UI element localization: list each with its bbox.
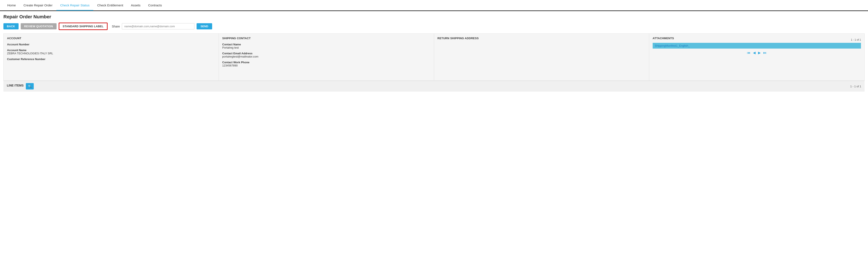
attachments-pagination-info: 1 - 1 of 1 (851, 38, 861, 41)
toolbar: BACK REVIEW QUOTATION STANDARD SHIPPING … (3, 23, 865, 30)
attachments-header: ATTACHMENTS (653, 37, 674, 40)
share-label: Share (112, 25, 120, 28)
line-items-section: LINE ITEMS 🔍 1 - 1 of 1 (3, 81, 865, 92)
nav-item-check-repair-status[interactable]: Check Repair Status (56, 0, 93, 11)
attachment-pagination-controls: ⏮ ◀ ▶ ⏭ (653, 51, 861, 55)
line-items-row: LINE ITEMS 🔍 1 - 1 of 1 (7, 83, 861, 89)
account-section-header: ACCOUNT (7, 37, 215, 40)
page-content: Repair Order Number BACK REVIEW QUOTATIO… (0, 11, 868, 95)
return-shipping-section: RETURN SHIPPING ADDRESS (434, 34, 649, 80)
standard-shipping-label-button[interactable]: STANDARD SHIPPING LABEL (59, 23, 108, 30)
prev-page-button[interactable]: ◀ (752, 51, 756, 55)
contact-name-label: Contact Name (222, 43, 430, 46)
nav-item-check-entitlement[interactable]: Check Entitlement (93, 0, 127, 10)
contact-email-value: portalregtest@mailinator.com (222, 55, 430, 58)
attachment-item[interactable]: ShippingManifest1_English_ (653, 43, 861, 48)
nav-item-home[interactable]: Home (3, 0, 20, 10)
contact-phone-field: Contact Work Phone 1234567890 (222, 61, 430, 67)
shipping-contact-section: SHIPPING CONTACT Contact Name Portalreg … (219, 34, 434, 80)
contact-name-value: Portalreg test (222, 46, 430, 49)
customer-reference-label: Customer Reference Number (7, 58, 215, 61)
review-quotation-button[interactable]: REVIEW QUOTATION (21, 23, 57, 29)
contact-email-label: Contact Email Address (222, 52, 430, 55)
share-email-input[interactable] (122, 23, 194, 29)
contact-name-field: Contact Name Portalreg test (222, 43, 430, 49)
attachment-link[interactable]: ShippingManifest1_English_ (655, 44, 690, 47)
contact-email-field: Contact Email Address portalregtest@mail… (222, 52, 430, 58)
line-items-header: LINE ITEMS (7, 84, 24, 87)
account-section: ACCOUNT Account Number Account Name ZEBR… (4, 34, 219, 80)
page-title: Repair Order Number (3, 14, 865, 20)
shipping-contact-header: SHIPPING CONTACT (222, 37, 430, 40)
return-shipping-header: RETURN SHIPPING ADDRESS (437, 37, 646, 40)
main-grid: ACCOUNT Account Number Account Name ZEBR… (3, 33, 865, 81)
back-button[interactable]: BACK (3, 23, 19, 29)
attachments-header-row: ATTACHMENTS 1 - 1 of 1 (653, 37, 861, 43)
line-items-search-button[interactable]: 🔍 (26, 83, 34, 89)
navigation-bar: Home Create Repair Order Check Repair St… (0, 0, 868, 11)
customer-reference-field: Customer Reference Number (7, 58, 215, 61)
account-name-value: ZEBRA TECHNOLOGIES ITALY SRL (7, 52, 215, 55)
account-name-field: Account Name ZEBRA TECHNOLOGIES ITALY SR… (7, 48, 215, 55)
nav-item-contracts[interactable]: Contracts (144, 0, 166, 10)
nav-item-assets[interactable]: Assets (127, 0, 144, 10)
contact-phone-value: 1234567890 (222, 64, 430, 67)
next-page-button[interactable]: ▶ (757, 51, 761, 55)
account-number-field: Account Number (7, 43, 215, 46)
account-name-label: Account Name (7, 48, 215, 52)
last-page-button[interactable]: ⏭ (763, 51, 767, 55)
attachments-section: ATTACHMENTS 1 - 1 of 1 ShippingManifest1… (649, 34, 864, 80)
account-number-label: Account Number (7, 43, 215, 46)
search-icon: 🔍 (28, 84, 32, 88)
nav-item-create-repair-order[interactable]: Create Repair Order (20, 0, 56, 10)
first-page-button[interactable]: ⏮ (746, 51, 751, 55)
send-button[interactable]: SEND (196, 23, 212, 29)
contact-phone-label: Contact Work Phone (222, 61, 430, 64)
line-items-pagination: 1 - 1 of 1 (850, 85, 861, 88)
